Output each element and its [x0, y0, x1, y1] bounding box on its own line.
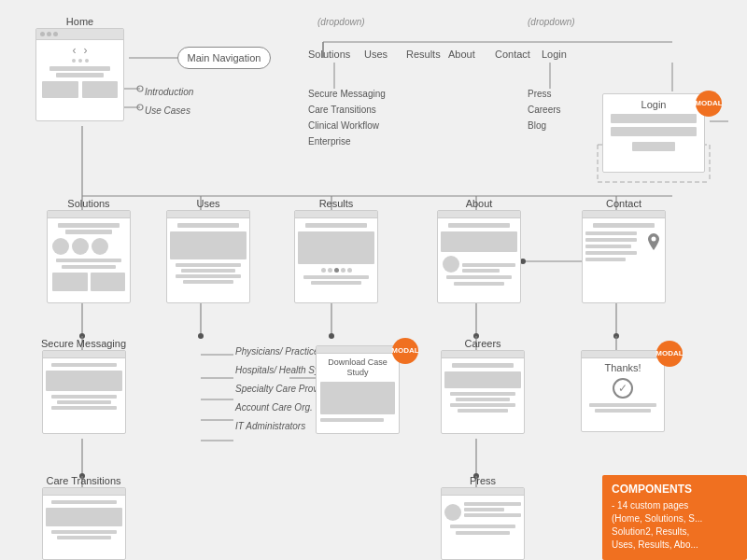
components-item-2: (Home, Solutions, S...: [612, 513, 738, 524]
secure-msg-card[interactable]: [42, 350, 126, 434]
thanks-label: Thanks!: [585, 362, 660, 373]
uses-label: Uses: [166, 198, 250, 209]
contact-card[interactable]: [582, 210, 666, 303]
dropdown1-list: Secure Messaging Care Transitions Clinic…: [308, 86, 386, 149]
svg-point-53: [652, 237, 656, 242]
about-card[interactable]: [437, 210, 521, 303]
diagram-container: (dropdown) (dropdown) ‹ › Home Main Nav: [0, 0, 747, 560]
components-item-4: Uses, Results, Abo...: [612, 539, 738, 550]
secure-msg-label: Secure Messaging: [39, 338, 128, 349]
results-card[interactable]: [294, 210, 378, 303]
care-trans-card[interactable]: [42, 487, 126, 560]
dropdown2-label: (dropdown): [528, 17, 575, 27]
home-card-top[interactable]: ‹ ›: [35, 28, 124, 121]
svg-point-26: [198, 333, 204, 339]
use-cases-link[interactable]: Use Cases: [145, 103, 190, 119]
download-modal-badge: MODAL: [392, 338, 418, 364]
components-item-1: - 14 custom pages: [612, 500, 738, 511]
main-nav-box: Main Navigation: [177, 47, 271, 69]
careers-card[interactable]: [441, 350, 525, 434]
intro-link[interactable]: Introduction: [145, 84, 193, 100]
nav-contact[interactable]: Contact: [495, 49, 530, 60]
thanks-modal-badge: MODAL: [656, 341, 683, 367]
home-top-label: Home: [35, 16, 124, 27]
components-title: COMPONENTS: [612, 483, 738, 496]
login-card[interactable]: Login: [602, 93, 705, 173]
uses-items-list: Physicians/ Practices Hospitals/ Health …: [235, 343, 327, 436]
uses-card[interactable]: [166, 210, 250, 303]
components-box: COMPONENTS - 14 custom pages (Home, Solu…: [602, 475, 747, 560]
nav-solutions[interactable]: Solutions: [308, 49, 350, 60]
careers-label: Careers: [441, 338, 525, 349]
nav-about[interactable]: About: [448, 49, 475, 60]
components-item-3: Solution2, Results,: [612, 526, 738, 537]
press-card[interactable]: [441, 487, 525, 560]
care-trans-label: Care Transitions: [39, 475, 128, 486]
about-label: About: [437, 198, 521, 209]
dropdown2-list: Press Careers Blog: [528, 86, 561, 133]
results-label: Results: [294, 198, 378, 209]
login-modal-badge: MODAL: [696, 91, 722, 117]
solutions-card[interactable]: [47, 210, 131, 303]
download-case-study-card[interactable]: Download Case Study: [316, 345, 400, 434]
thanks-card[interactable]: Thanks! ✓: [581, 350, 665, 432]
nav-uses[interactable]: Uses: [364, 49, 388, 60]
svg-point-46: [613, 333, 619, 339]
press-label: Press: [441, 475, 525, 486]
dropdown1-label: (dropdown): [317, 17, 365, 27]
solutions-label: Solutions: [47, 198, 131, 209]
svg-point-11: [137, 105, 143, 110]
contact-label: Contact: [582, 198, 666, 209]
svg-point-35: [329, 333, 334, 339]
download-label: Download Case Study: [320, 357, 395, 378]
nav-results[interactable]: Results: [406, 49, 441, 60]
svg-point-9: [137, 86, 143, 91]
nav-login[interactable]: Login: [542, 49, 567, 60]
